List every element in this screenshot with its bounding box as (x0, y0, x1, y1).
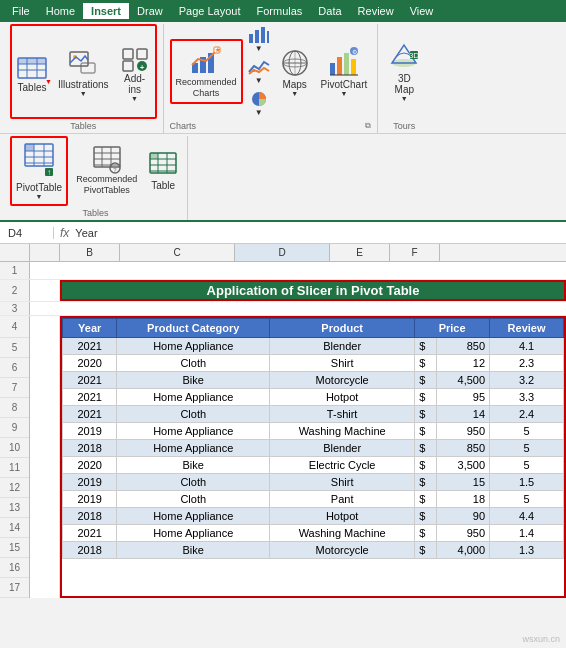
cell-product: Motorcycle (270, 372, 415, 389)
cell-reference[interactable]: D4 (4, 227, 54, 239)
cell-year: 2019 (63, 474, 117, 491)
recommended-pivottables-label: RecommendedPivotTables (76, 174, 137, 196)
menu-insert[interactable]: Insert (83, 3, 129, 19)
menu-file[interactable]: File (4, 3, 38, 19)
cell-category: Bike (117, 372, 270, 389)
cell-review: 1.4 (490, 525, 564, 542)
rn-17: 17 (0, 578, 29, 598)
col-product-header: Product (270, 319, 415, 338)
tables-button[interactable]: Tables ▼ (12, 46, 52, 97)
cell-category: Home Appliance (117, 423, 270, 440)
row-2-a (30, 280, 60, 301)
charts-group-label: Charts ⧉ (170, 119, 372, 133)
menu-formulas[interactable]: Formulas (249, 3, 311, 19)
cell-currency: $ (415, 542, 437, 559)
table-icon (149, 152, 177, 180)
column-headers: B C D E F (0, 244, 566, 262)
cell-currency: $ (415, 525, 437, 542)
pivotchart-label: PivotChart (321, 79, 368, 90)
rn-13: 13 (0, 498, 29, 518)
cell-currency: $ (415, 508, 437, 525)
menu-view[interactable]: View (402, 3, 442, 19)
menu-data[interactable]: Data (310, 3, 349, 19)
col-header-F: F (390, 244, 440, 261)
cell-product: Washing Machine (270, 525, 415, 542)
pivotchart-arrow: ▼ (340, 90, 347, 97)
cell-category: Cloth (117, 474, 270, 491)
pie-chart-icon (248, 90, 270, 108)
pivottable-label: PivotTable (16, 182, 62, 193)
recommended-charts-button[interactable]: ★ RecommendedCharts (170, 39, 243, 105)
formula-bar: D4 fx Year (0, 222, 566, 244)
pivottable-button[interactable]: ↑ PivotTable ▼ (10, 136, 68, 206)
3dmap-button[interactable]: 3D 3DMap ▼ (384, 37, 424, 106)
row-numbers: 4 5 6 7 8 9 10 11 12 13 14 15 16 17 (0, 316, 30, 598)
table-row: 2021 Home Appliance Hotpot $ 95 3.3 (63, 389, 564, 406)
line-chart-icon (248, 58, 270, 76)
cell-currency: $ (415, 338, 437, 355)
recommended-pivottables-button[interactable]: ? RecommendedPivotTables (72, 142, 141, 200)
cell-year: 2020 (63, 457, 117, 474)
pie-chart-button[interactable]: ▼ (245, 88, 273, 119)
col-review-header: Review (490, 319, 564, 338)
svg-rect-31 (337, 57, 342, 75)
illustrations-button[interactable]: Illustrations ▼ (54, 43, 113, 101)
tables-icon (16, 50, 48, 82)
svg-rect-20 (249, 34, 253, 43)
cell-year: 2020 (63, 355, 117, 372)
menu-pagelayout[interactable]: Page Layout (171, 3, 249, 19)
column-chart-button[interactable]: ▼ (245, 24, 273, 55)
tables-label: Tables (18, 82, 47, 93)
table-row: 2019 Home Appliance Washing Machine $ 95… (63, 423, 564, 440)
cell-product: Shirt (270, 355, 415, 372)
cell-year: 2021 (63, 406, 117, 423)
addins-label: Add-ins (124, 73, 145, 95)
tables-group-box: Tables ▼ Illustrations ▼ (10, 24, 157, 119)
table-label: Table (151, 180, 175, 191)
svg-rect-21 (255, 30, 259, 43)
table-row: 2019 Cloth Pant $ 18 5 (63, 491, 564, 508)
cell-currency: $ (415, 457, 437, 474)
charts-expand-icon[interactable]: ⧉ (365, 121, 371, 131)
menu-draw[interactable]: Draw (129, 3, 171, 19)
recommended-charts-label: RecommendedCharts (176, 77, 237, 99)
cell-price: 4,500 (437, 372, 490, 389)
menu-home[interactable]: Home (38, 3, 83, 19)
cell-review: 1.5 (490, 474, 564, 491)
cell-year: 2021 (63, 389, 117, 406)
menu-review[interactable]: Review (350, 3, 402, 19)
col-header-D: D (235, 244, 330, 261)
table-row: 2020 Cloth Shirt $ 12 2.3 (63, 355, 564, 372)
cell-price: 950 (437, 423, 490, 440)
cell-price: 18 (437, 491, 490, 508)
cell-price: 850 (437, 440, 490, 457)
table-button[interactable]: Table (145, 148, 181, 195)
table-row: 2020 Bike Electric Cycle $ 3,500 5 (63, 457, 564, 474)
spreadsheet-area: B C D E F 1 2 Application of Slicer in P… (0, 244, 566, 598)
recommended-charts-icon: ★ (190, 45, 222, 77)
svg-rect-22 (261, 27, 265, 43)
line-chart-button[interactable]: ▼ (245, 56, 273, 87)
col-a-empty (30, 316, 60, 598)
svg-rect-46 (25, 144, 34, 151)
fx-label: fx (54, 226, 75, 240)
pivotchart-button[interactable]: ⚙ PivotChart ▼ (317, 43, 372, 101)
rn-4: 4 (0, 316, 29, 338)
addins-button[interactable]: + Add-ins ▼ (115, 37, 155, 106)
cell-category: Home Appliance (117, 508, 270, 525)
column-chart-icon (248, 26, 270, 44)
row-3-content (30, 302, 566, 315)
cell-currency: $ (415, 372, 437, 389)
col-header-C: C (120, 244, 235, 261)
pivottable-icon: ↑ (23, 142, 55, 182)
cell-year: 2018 (63, 508, 117, 525)
cell-review: 1.3 (490, 542, 564, 559)
tables-arrow: ▼ (45, 78, 52, 85)
tables-group-label: Tables (10, 119, 157, 133)
row-num-3: 3 (0, 302, 30, 315)
cell-price: 12 (437, 355, 490, 372)
illustrations-icon (67, 47, 99, 79)
cell-year: 2018 (63, 440, 117, 457)
svg-text:3D: 3D (409, 51, 419, 60)
maps-button[interactable]: Maps ▼ (275, 43, 315, 101)
